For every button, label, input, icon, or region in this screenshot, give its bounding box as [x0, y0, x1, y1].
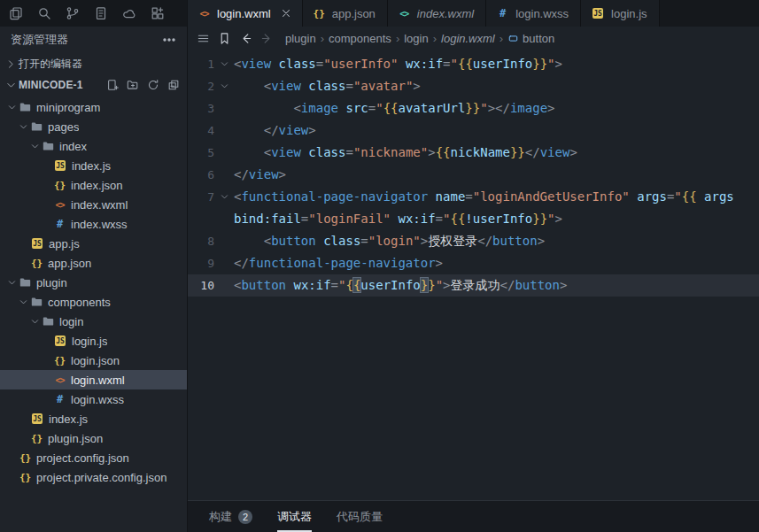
code-line-6[interactable]: 6</view> [188, 164, 759, 186]
tab-index.wxml[interactable]: <>index.wxml [388, 0, 486, 27]
tree-item-label: plugin.json [48, 432, 103, 445]
json-file-icon: {} [30, 257, 43, 270]
wxml-file-icon: <> [53, 198, 66, 212]
tree-folder-login[interactable]: login [0, 312, 187, 331]
breadcrumb-item-components[interactable]: components [329, 32, 391, 45]
chevron-down-icon [17, 121, 30, 132]
breadcrumb-separator: › [500, 32, 503, 45]
tree-item-label: project.config.json [36, 451, 129, 465]
code-line-8[interactable]: 8 <button class="login">授权登录</button> [188, 230, 759, 252]
folder-icon [19, 101, 32, 113]
breadcrumb-item-login[interactable]: login [404, 32, 428, 45]
line-number [188, 208, 214, 230]
code-editor[interactable]: 1<view class="userInfo" wx:if="{{userInf… [188, 50, 759, 500]
code-line-10[interactable]: 10<button wx:if="{{userInfo}}">登录成功</but… [188, 274, 759, 297]
fold-chevron-icon[interactable] [214, 75, 234, 97]
tree-file-index.wxss[interactable]: #index.wxss [0, 214, 187, 234]
tree-file-login.js[interactable]: JSlogin.js [0, 331, 187, 351]
fold-gutter [214, 274, 234, 297]
code-line-wrap[interactable]: bind:fail="loginFail" wx:if="{{!userInfo… [188, 208, 759, 230]
tree-item-label: index [59, 140, 87, 153]
tree-file-login.json[interactable]: {}login.json [0, 351, 187, 370]
tab-login.wxss[interactable]: #login.wxss [486, 0, 581, 27]
code-text: <view class="nickname">{{nickName}}</vie… [234, 142, 577, 164]
new-file-icon[interactable] [106, 79, 119, 91]
tree-item-label: pages [48, 120, 79, 134]
tree-folder-plugin[interactable]: plugin [0, 273, 187, 292]
tree-item-label: login [59, 315, 83, 328]
tree-file-plugin.json[interactable]: {}plugin.json [0, 428, 187, 448]
tree-file-project.config.json[interactable]: {}project.config.json [0, 448, 187, 467]
js-file-icon: JS [32, 413, 43, 424]
breadcrumb-item-button[interactable]: button [507, 32, 554, 45]
code-line-2[interactable]: 2 <view class="avatar"> [188, 75, 759, 97]
wxss-file-icon: # [53, 393, 66, 406]
tab-login.js[interactable]: JSlogin.js [581, 0, 659, 27]
panel-tab-构建[interactable]: 构建2 [209, 501, 252, 532]
tab-login.wxml[interactable]: <>login.wxml [188, 0, 303, 27]
tree-file-app.json[interactable]: {}app.json [0, 253, 187, 273]
tree-item-label: miniprogram [36, 101, 100, 114]
fold-gutter [214, 164, 234, 186]
forward-icon[interactable] [260, 32, 274, 45]
tree-item-label: plugin [36, 276, 67, 289]
extensions-icon[interactable] [151, 6, 165, 20]
new-folder-icon[interactable] [127, 79, 139, 91]
code-line-9[interactable]: 9</functional-page-navigator> [188, 252, 759, 274]
tree-item-label: index.json [71, 179, 123, 192]
tree-file-index.json[interactable]: {}index.json [0, 175, 187, 195]
close-icon[interactable] [280, 7, 292, 19]
tree-folder-pages[interactable]: pages [0, 117, 187, 136]
breadcrumb-item-login.wxml[interactable]: login.wxml [441, 32, 495, 45]
code-line-3[interactable]: 3 <image src="{{avatarUrl}}"></image> [188, 97, 759, 120]
panel-tab-调试器[interactable]: 调试器 [277, 501, 312, 532]
code-text: <image src="{{avatarUrl}}"></image> [234, 97, 555, 120]
tree-item-label: index.js [49, 412, 88, 426]
tree-file-login.wxml[interactable]: <>login.wxml [0, 370, 187, 389]
tree-item-label: components [48, 296, 111, 309]
code-line-1[interactable]: 1<view class="userInfo" wx:if="{{userInf… [188, 53, 759, 75]
code-line-5[interactable]: 5 <view class="nickname">{{nickName}}</v… [188, 142, 759, 164]
tree-file-project.private.config.json[interactable]: {}project.private.config.json [0, 467, 187, 487]
bookmark-icon[interactable] [218, 32, 231, 45]
line-number: 9 [188, 252, 214, 274]
search-icon[interactable] [37, 6, 51, 20]
panel-tab-label: 代码质量 [337, 509, 383, 525]
back-icon[interactable] [239, 32, 252, 45]
menu-icon[interactable] [197, 32, 210, 45]
tree-file-index.js[interactable]: JSindex.js [0, 409, 187, 428]
tree-file-login.wxss[interactable]: #login.wxss [0, 389, 187, 409]
fold-chevron-icon[interactable] [214, 53, 234, 75]
fold-chevron-icon[interactable] [214, 186, 234, 208]
json-file-icon: {} [53, 179, 66, 192]
code-text: <view class="userInfo" wx:if="{{userInfo… [234, 53, 562, 75]
breadcrumb-item-plugin[interactable]: plugin [285, 32, 316, 45]
line-number: 4 [188, 120, 214, 142]
files-icon[interactable] [9, 6, 23, 20]
tree-file-index.js[interactable]: JSindex.js [0, 156, 187, 175]
more-actions-icon[interactable] [162, 33, 176, 47]
panel-tab-label: 调试器 [277, 509, 312, 525]
code-line-4[interactable]: 4 </view> [188, 120, 759, 142]
tree-file-app.js[interactable]: JSapp.js [0, 234, 187, 253]
tree-file-index.wxml[interactable]: <>index.wxml [0, 195, 187, 214]
cloud-icon[interactable] [122, 6, 136, 20]
breadcrumb-nav-icons [197, 32, 274, 45]
refresh-icon[interactable] [147, 79, 159, 91]
js-file-icon: JS [32, 238, 43, 249]
tree-folder-index[interactable]: index [0, 136, 187, 156]
wxml-file-icon: <> [197, 7, 211, 20]
code-line-7[interactable]: 7<functional-page-navigator name="loginA… [188, 186, 759, 208]
project-actions [106, 79, 180, 91]
tree-folder-components[interactable]: components [0, 292, 187, 312]
report-icon[interactable] [94, 6, 108, 20]
section-open-editors[interactable]: 打开的编辑器 [0, 53, 187, 74]
tab-app.json[interactable]: {}app.json [303, 0, 388, 27]
section-project[interactable]: MINICODE-1 [0, 74, 187, 96]
wxss-file-icon: # [496, 7, 509, 20]
collapse-all-icon[interactable] [167, 79, 180, 91]
tree-folder-miniprogram[interactable]: miniprogram [0, 97, 187, 117]
panel-tab-代码质量[interactable]: 代码质量 [337, 501, 383, 532]
source-control-icon[interactable] [66, 6, 80, 20]
line-number: 10 [188, 274, 214, 297]
